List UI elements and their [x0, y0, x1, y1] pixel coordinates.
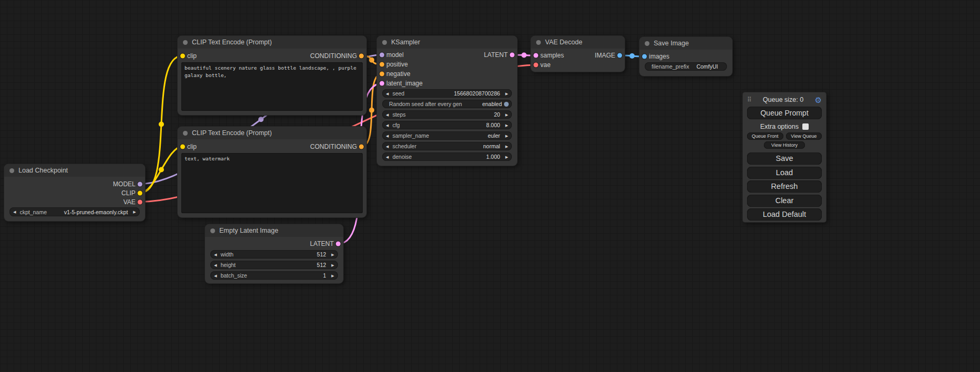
output-label-latent: LATENT	[484, 51, 508, 59]
load-button[interactable]: Load	[747, 167, 822, 179]
extra-options-label: Extra options	[760, 123, 799, 130]
load-default-button[interactable]: Load Default	[747, 208, 822, 221]
input-slot-clip[interactable]	[180, 53, 185, 58]
increment-arrow-icon[interactable]: ▶	[132, 210, 137, 214]
node-clip-text-encode-positive[interactable]: CLIP Text Encode (Prompt) clip CONDITION…	[178, 36, 366, 115]
decrement-arrow-icon[interactable]: ◀	[385, 92, 390, 96]
node-title-bar[interactable]: Empty Latent Image	[205, 224, 343, 237]
output-row-clip: CLIP	[4, 188, 145, 197]
output-slot-image[interactable]	[617, 53, 622, 58]
widget-width[interactable]: ◀ width 512 ▶	[210, 250, 338, 259]
increment-arrow-icon[interactable]: ▶	[504, 155, 509, 159]
increment-arrow-icon[interactable]: ▶	[504, 123, 509, 127]
input-slot-model[interactable]	[380, 53, 384, 58]
view-queue-button[interactable]: View Queue	[786, 132, 822, 140]
output-label-latent: LATENT	[310, 240, 334, 247]
input-slot-negative[interactable]	[380, 72, 384, 77]
widget-random-seed[interactable]: Random seed after every gen enabled	[382, 100, 512, 108]
output-slot-vae[interactable]	[138, 199, 142, 204]
widget-label: cfg	[392, 122, 400, 128]
view-history-button[interactable]: View History	[764, 141, 805, 149]
increment-arrow-icon[interactable]: ▶	[504, 145, 509, 148]
node-title-bar[interactable]: CLIP Text Encode (Prompt)	[178, 127, 366, 139]
collapse-dot-icon[interactable]	[210, 228, 215, 233]
settings-gear-icon[interactable]: ⚙	[815, 96, 822, 104]
node-graph-canvas[interactable]: Load Checkpoint MODEL CLIP VAE ◀ ckpt_na…	[0, 0, 980, 372]
widget-ckpt-name[interactable]: ◀ ckpt_name v1-5-pruned-emaonly.ckpt ▶	[9, 207, 140, 216]
drag-handle-icon[interactable]: ⠿	[747, 97, 752, 103]
output-slot-conditioning[interactable]	[359, 144, 364, 149]
input-slot-positive[interactable]	[380, 62, 384, 67]
output-label-clip: CLIP	[121, 189, 135, 197]
clear-button[interactable]: Clear	[747, 195, 822, 207]
widget-denoise[interactable]: ◀ denoise 1.000 ▶	[382, 152, 512, 161]
widget-steps[interactable]: ◀ steps 20 ▶	[382, 110, 512, 119]
input-slot-samples[interactable]	[533, 53, 538, 58]
decrement-arrow-icon[interactable]: ◀	[213, 263, 218, 267]
input-row-positive: positive	[377, 60, 517, 69]
refresh-button[interactable]: Refresh	[747, 180, 822, 193]
node-ksampler[interactable]: KSampler model LATENT positive negative …	[377, 36, 517, 166]
collapse-dot-icon[interactable]	[183, 40, 188, 45]
node-title-bar[interactable]: VAE Decode	[531, 36, 625, 49]
decrement-arrow-icon[interactable]: ◀	[385, 134, 390, 138]
output-slot-latent[interactable]	[510, 53, 515, 58]
input-slot-vae[interactable]	[533, 63, 538, 68]
node-title-bar[interactable]: Save Image	[639, 37, 732, 50]
queue-prompt-button[interactable]: Queue Prompt	[747, 107, 822, 119]
queue-front-button[interactable]: Queue Front	[747, 132, 783, 140]
collapse-dot-icon[interactable]	[536, 40, 541, 45]
decrement-arrow-icon[interactable]: ◀	[12, 210, 17, 214]
link-midpoint-dot	[369, 58, 374, 63]
extra-options-checkbox[interactable]	[802, 123, 809, 130]
input-slot-images[interactable]	[642, 54, 647, 59]
output-slot-latent[interactable]	[336, 242, 341, 246]
decrement-arrow-icon[interactable]: ◀	[385, 113, 390, 117]
collapse-dot-icon[interactable]	[183, 131, 188, 136]
queue-small-buttons-row: Queue Front View Queue	[747, 132, 822, 140]
widget-scheduler[interactable]: ◀ scheduler normal ▶	[382, 142, 512, 150]
link-wire	[140, 147, 183, 193]
widget-seed[interactable]: ◀ seed 156680208700286 ▶	[382, 89, 512, 98]
save-button[interactable]: Save	[747, 152, 822, 165]
node-clip-text-encode-negative[interactable]: CLIP Text Encode (Prompt) clip CONDITION…	[178, 127, 366, 217]
decrement-arrow-icon[interactable]: ◀	[385, 145, 390, 148]
increment-arrow-icon[interactable]: ▶	[504, 113, 509, 117]
queue-panel: ⠿ Queue size: 0 ⚙ Queue Prompt Extra opt…	[743, 92, 826, 222]
node-title-bar[interactable]: CLIP Text Encode (Prompt)	[178, 36, 366, 49]
input-label-clip: clip	[187, 143, 197, 150]
output-label-vae: VAE	[123, 198, 135, 206]
node-empty-latent-image[interactable]: Empty Latent Image LATENT ◀ width 512 ▶ …	[205, 224, 343, 283]
widget-height[interactable]: ◀ height 512 ▶	[210, 261, 338, 269]
node-vae-decode[interactable]: VAE Decode samples IMAGE vae	[531, 36, 625, 72]
prompt-textarea[interactable]: text, watermark	[181, 153, 363, 213]
increment-arrow-icon[interactable]: ▶	[331, 253, 335, 256]
decrement-arrow-icon[interactable]: ◀	[385, 155, 390, 159]
node-save-image[interactable]: Save Image images filename_prefix ComfyU…	[639, 37, 732, 76]
decrement-arrow-icon[interactable]: ◀	[385, 123, 390, 127]
increment-arrow-icon[interactable]: ▶	[331, 263, 335, 267]
decrement-arrow-icon[interactable]: ◀	[213, 253, 218, 256]
input-slot-clip[interactable]	[180, 144, 185, 149]
output-slot-clip[interactable]	[138, 190, 142, 195]
prompt-textarea[interactable]: beautiful scenery nature glass bottle la…	[181, 62, 363, 111]
collapse-dot-icon[interactable]	[645, 41, 649, 46]
queue-action-buttons: Save Load Refresh Clear Load Default	[747, 152, 822, 221]
output-slot-model[interactable]	[138, 182, 142, 186]
output-slot-conditioning[interactable]	[359, 53, 364, 58]
widget-batch-size[interactable]: ◀ batch_size 1 ▶	[210, 271, 338, 280]
collapse-dot-icon[interactable]	[382, 40, 387, 45]
widget-cfg[interactable]: ◀ cfg 8.000 ▶	[382, 121, 512, 129]
increment-arrow-icon[interactable]: ▶	[504, 134, 509, 138]
node-load-checkpoint[interactable]: Load Checkpoint MODEL CLIP VAE ◀ ckpt_na…	[4, 164, 145, 221]
widget-filename-prefix[interactable]: filename_prefix ComfyUI	[645, 62, 727, 71]
decrement-arrow-icon[interactable]: ◀	[213, 274, 218, 278]
node-title-bar[interactable]: KSampler	[377, 36, 517, 49]
input-slot-latent-image[interactable]	[380, 81, 384, 86]
increment-arrow-icon[interactable]: ▶	[331, 274, 335, 278]
widget-sampler-name[interactable]: ◀ sampler_name euler ▶	[382, 131, 512, 140]
node-title-bar[interactable]: Load Checkpoint	[4, 164, 145, 177]
increment-arrow-icon[interactable]: ▶	[504, 92, 509, 96]
collapse-dot-icon[interactable]	[9, 168, 14, 173]
toggle-circle-icon[interactable]	[504, 102, 509, 107]
